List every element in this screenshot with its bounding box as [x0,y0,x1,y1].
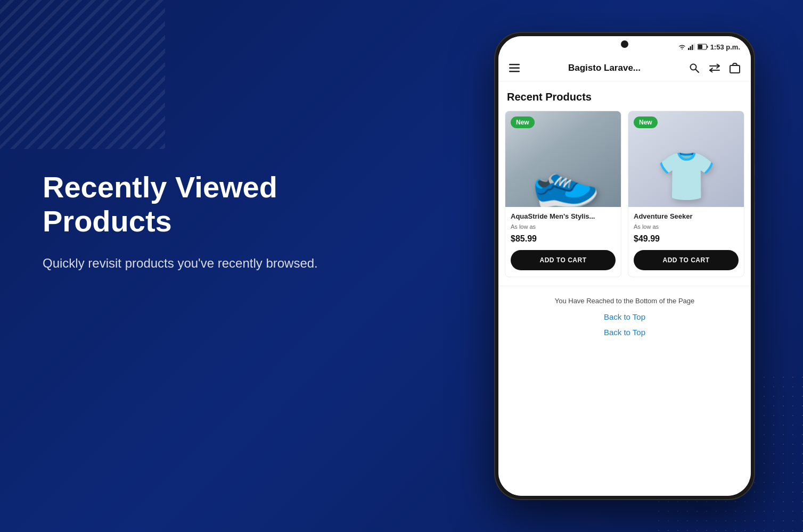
signal-icon [688,44,695,50]
app-title: Bagisto Larave... [527,63,682,73]
product-info-1: AquaStride Men's Stylis... As low as $85… [505,207,621,250]
back-to-top-link-2[interactable]: Back to Top [507,328,742,337]
battery-icon [698,44,708,50]
svg-rect-8 [509,68,520,69]
product-as-low-1: As low as [511,223,616,230]
scroll-content[interactable]: Recent Products New AquaStride Men's Sty… [498,81,751,496]
product-name-2: Adventure Seeker [634,212,739,221]
svg-rect-6 [698,45,702,49]
camera-notch [621,40,628,48]
app-header: Bagisto Larave... [498,55,751,81]
sub-heading: Quickly revisit products you've recently… [43,254,341,273]
svg-rect-5 [707,46,708,48]
svg-rect-2 [692,45,693,50]
product-image-1: New [505,111,621,207]
side-button-2 [755,176,755,202]
compare-button[interactable] [707,61,722,76]
svg-rect-0 [688,48,690,50]
phone-wrapper: 1:53 p.m. Bagisto Larave... [494,32,755,500]
phone-frame: 1:53 p.m. Bagisto Larave... [494,32,755,500]
svg-line-11 [696,70,699,73]
product-price-1: $85.99 [511,234,616,244]
product-card-1[interactable]: New AquaStride Men's Stylis... As low as… [505,111,621,277]
product-name-1: AquaStride Men's Stylis... [511,212,616,221]
svg-rect-7 [509,64,520,65]
svg-rect-1 [690,46,691,50]
product-as-low-2: As low as [634,223,739,230]
bottom-section: You Have Reached to the Bottom of the Pa… [498,286,751,354]
side-button-1 [755,138,755,165]
product-info-2: Adventure Seeker As low as $49.99 [628,207,744,250]
search-button[interactable] [687,61,702,76]
reached-bottom-text: You Have Reached to the Bottom of the Pa… [507,297,742,305]
svg-rect-3 [693,44,695,50]
decorative-lines-topleft [0,0,170,149]
add-to-cart-button-2[interactable]: ADD TO CART [634,250,739,270]
add-to-cart-button-1[interactable]: ADD TO CART [511,250,616,270]
product-price-2: $49.99 [634,234,739,244]
svg-rect-14 [730,65,740,73]
status-time: 1:53 p.m. [710,43,740,51]
wifi-icon [678,44,686,50]
svg-rect-9 [509,71,520,72]
phone-screen: 1:53 p.m. Bagisto Larave... [498,36,751,496]
menu-button[interactable] [507,61,522,76]
main-heading: Recently Viewed Products [43,170,341,239]
status-icons: 1:53 p.m. [678,43,740,51]
product-image-2: New [628,111,744,207]
products-grid: New AquaStride Men's Stylis... As low as… [498,111,751,286]
new-badge-1: New [511,117,535,128]
product-card-2[interactable]: New Adventure Seeker As low as $49.99 AD… [628,111,744,277]
cart-button[interactable] [727,61,742,76]
new-badge-2: New [634,117,658,128]
back-to-top-link-1[interactable]: Back to Top [507,312,742,321]
section-title: Recent Products [498,81,751,111]
left-content-area: Recently Viewed Products Quickly revisit… [43,170,341,273]
